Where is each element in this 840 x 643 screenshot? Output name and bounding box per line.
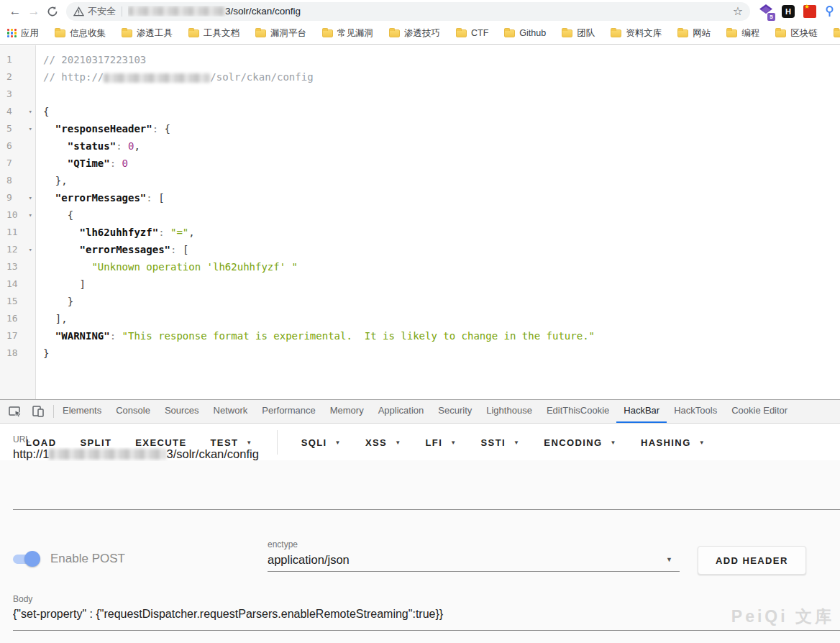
devtools-tab-security[interactable]: Security bbox=[431, 400, 479, 424]
devtools-tab-memory[interactable]: Memory bbox=[323, 400, 371, 424]
line-number: 12▾ bbox=[0, 241, 36, 258]
flag-extension-icon[interactable]: ★ bbox=[803, 5, 816, 18]
line-number: 3 bbox=[0, 86, 36, 103]
code-segment: : bbox=[110, 330, 122, 342]
line-number: 2 bbox=[0, 68, 36, 86]
url-input-underline bbox=[13, 509, 840, 510]
pin-icon[interactable] bbox=[825, 6, 834, 17]
code-segment: // 20210317223103 bbox=[43, 54, 146, 65]
collapse-caret-icon[interactable]: ▾ bbox=[29, 206, 32, 224]
add-header-button[interactable]: ADD HEADER bbox=[698, 546, 806, 575]
bookmark-label: 渗透技巧 bbox=[404, 27, 440, 40]
body-input[interactable]: {"set-property" : {"requestDispatcher.re… bbox=[13, 608, 840, 621]
code-segment: "errorMessages" bbox=[55, 192, 146, 204]
bookmarks-bar: 应用 信息收集渗透工具工具文档漏洞平台常见漏洞渗透技巧CTFGithub团队资料… bbox=[0, 22, 840, 45]
bookmark-label: 区块链 bbox=[790, 27, 818, 40]
code-content: ], bbox=[36, 310, 68, 327]
bookmark-label: 信息收集 bbox=[70, 27, 106, 40]
bookmark-folder-item[interactable]: 工具文档 bbox=[188, 27, 239, 40]
folder-icon bbox=[322, 29, 333, 37]
code-segment: : bbox=[158, 227, 170, 238]
bookmark-folder-item[interactable]: 临时 bbox=[834, 27, 840, 40]
collapse-caret-icon[interactable]: ▾ bbox=[29, 189, 32, 206]
enctype-dropdown-caret-icon[interactable]: ▼ bbox=[666, 556, 672, 563]
devtools-tab-elements[interactable]: Elements bbox=[55, 400, 109, 424]
devtools-tab-hackbar[interactable]: HackBar bbox=[616, 400, 667, 424]
reload-button[interactable] bbox=[43, 2, 62, 21]
code-segment: : bbox=[170, 244, 183, 255]
bookmark-folder-item[interactable]: 团队 bbox=[562, 27, 595, 40]
collapse-caret-icon[interactable]: ▾ bbox=[29, 241, 32, 258]
bookmark-folder-item[interactable]: 区块链 bbox=[775, 27, 818, 40]
redacted-host bbox=[49, 449, 166, 460]
bookmark-folder-item[interactable]: 信息收集 bbox=[55, 27, 106, 40]
code-segment bbox=[43, 330, 55, 342]
code-line: 3 bbox=[0, 86, 840, 103]
bookmark-folder-item[interactable]: 常见漏洞 bbox=[322, 27, 373, 40]
url-input[interactable]: http://13/solr/ckan/config bbox=[13, 447, 840, 461]
devtools-tab-application[interactable]: Application bbox=[371, 400, 432, 424]
bookmark-folder-item[interactable]: CTF bbox=[456, 28, 488, 38]
devtools-panel: ElementsConsoleSourcesNetworkPerformance… bbox=[0, 399, 840, 643]
code-content: { bbox=[36, 103, 49, 120]
hackbar-panel: LOADSPLITEXECUTETEST▼SQLI▼XSS▼LFI▼SSTI▼E… bbox=[0, 424, 840, 643]
devtools-tab-editthiscookie[interactable]: EditThisCookie bbox=[539, 400, 616, 424]
device-toolbar-button[interactable] bbox=[29, 402, 47, 421]
apps-grid-icon bbox=[7, 29, 17, 38]
devtools-tab-console[interactable]: Console bbox=[109, 400, 158, 424]
devtools-tab-lighthouse[interactable]: Lighthouse bbox=[479, 400, 539, 424]
code-segment bbox=[43, 140, 68, 152]
devtools-tab-sources[interactable]: Sources bbox=[158, 400, 206, 424]
line-number: 10▾ bbox=[0, 206, 36, 224]
bookmark-star-icon[interactable]: ☆ bbox=[733, 4, 743, 18]
devtools-tab-network[interactable]: Network bbox=[206, 400, 255, 424]
code-segment: } bbox=[43, 296, 73, 307]
code-content: } bbox=[36, 345, 49, 362]
body-field-group: Body {"set-property" : {"requestDispatch… bbox=[0, 594, 840, 621]
bookmark-label: 资料文库 bbox=[626, 27, 662, 40]
devtools-tab-hacktools[interactable]: HackTools bbox=[667, 400, 724, 424]
bookmark-folder-item[interactable]: 资料文库 bbox=[611, 27, 662, 40]
tabbar-separator bbox=[53, 405, 54, 418]
bookmark-folder-item[interactable]: 渗透工具 bbox=[122, 27, 173, 40]
bookmark-folder-item[interactable]: 渗透技巧 bbox=[389, 27, 440, 40]
bookmark-folder-item[interactable]: 漏洞平台 bbox=[255, 27, 306, 40]
proxy-extension-icon[interactable]: 5 bbox=[759, 4, 773, 19]
folder-icon bbox=[562, 29, 572, 37]
folder-icon bbox=[677, 29, 688, 37]
code-content: // http:///solr/ckan/config bbox=[36, 68, 314, 86]
code-content bbox=[36, 86, 43, 103]
inspect-element-button[interactable] bbox=[6, 402, 24, 421]
bookmark-apps[interactable]: 应用 bbox=[7, 27, 39, 40]
reload-icon bbox=[47, 6, 58, 17]
code-segment: }, bbox=[43, 175, 68, 186]
code-content: "lh62uhhfyzf": "=", bbox=[36, 224, 195, 241]
folder-icon bbox=[389, 29, 400, 37]
toggle-thumb bbox=[24, 551, 40, 567]
json-response-viewer: 1// 202103172231032// http:///solr/ckan/… bbox=[0, 45, 840, 399]
address-bar[interactable]: 不安全 3/solr/ckan/config ☆ bbox=[66, 2, 750, 21]
code-segment: "QTime" bbox=[68, 158, 110, 169]
line-number: 15 bbox=[0, 293, 36, 310]
enable-post-toggle[interactable] bbox=[12, 551, 39, 567]
bookmark-folder-item[interactable]: 网站 bbox=[677, 27, 711, 40]
code-content: } bbox=[36, 293, 73, 310]
bookmark-label: 漏洞平台 bbox=[270, 27, 306, 40]
forward-button[interactable]: → bbox=[24, 2, 43, 21]
collapse-caret-icon[interactable]: ▾ bbox=[29, 103, 32, 120]
folder-icon bbox=[775, 29, 786, 37]
bookmark-folder-item[interactable]: 编程 bbox=[726, 27, 759, 40]
collapse-caret-icon[interactable]: ▾ bbox=[29, 120, 32, 137]
security-label: 不安全 bbox=[88, 5, 116, 18]
bookmark-folder-item[interactable]: Github bbox=[504, 28, 546, 38]
folder-icon bbox=[122, 29, 132, 37]
devtools-tab-cookie-editor[interactable]: Cookie Editor bbox=[724, 400, 795, 424]
hackbar-extension-icon[interactable]: H bbox=[782, 5, 795, 18]
code-segment: { bbox=[43, 209, 73, 221]
code-line: 9▾ "errorMessages": [ bbox=[0, 189, 840, 206]
code-segment bbox=[43, 158, 68, 169]
enctype-select[interactable]: application/json bbox=[268, 553, 680, 567]
devtools-tab-performance[interactable]: Performance bbox=[255, 400, 322, 424]
back-button[interactable]: ← bbox=[6, 2, 24, 21]
redacted-text bbox=[104, 73, 210, 83]
